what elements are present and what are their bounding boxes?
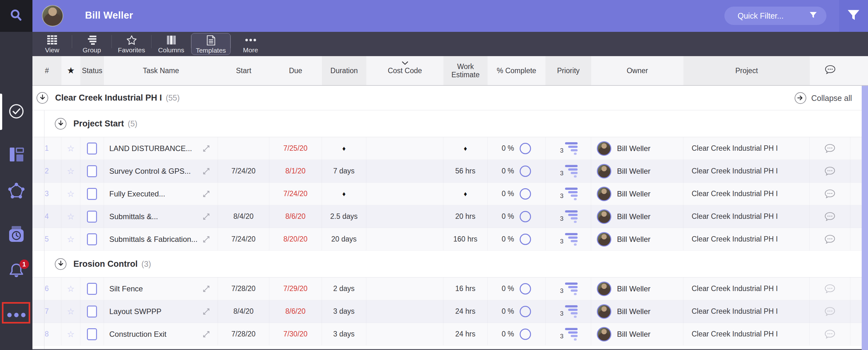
priority-icon[interactable]: 3 — [564, 164, 578, 178]
status-checkbox[interactable] — [87, 328, 97, 340]
comment-bubble-icon[interactable] — [825, 329, 835, 339]
table-row[interactable]: 6 ☆ Silt Fence 7/28/20 7/29/20 2 days 16… — [32, 278, 868, 300]
sidebar-item-team[interactable] — [0, 180, 32, 202]
table-row[interactable]: 3 ☆ Fully Executed... 7/24/20 ♦ ♦ 0 % 3 … — [32, 182, 868, 205]
table-row[interactable]: 4 ☆ Submittals &... 8/4/20 8/6/20 2.5 da… — [32, 205, 868, 228]
priority-icon[interactable]: 3 — [564, 209, 578, 224]
star-toggle[interactable]: ☆ — [61, 300, 80, 323]
table-row[interactable]: 2 ☆ Survey Control & GPS... 7/24/20 8/1/… — [32, 160, 868, 182]
toolbar-item-columns[interactable]: Columns — [152, 32, 191, 56]
status-checkbox[interactable] — [87, 233, 97, 245]
percent-complete-circle[interactable] — [520, 143, 531, 154]
column-header-status[interactable]: Status — [80, 56, 104, 85]
percent-complete-circle[interactable] — [520, 188, 531, 200]
expand-task-icon[interactable] — [202, 285, 210, 293]
percent-complete-cell: 0 % — [488, 182, 546, 205]
expand-task-icon[interactable] — [202, 190, 210, 198]
toolbar-item-favorites[interactable]: Favorites — [112, 32, 151, 56]
priority-icon[interactable]: 3 — [564, 327, 578, 342]
collapse-group-button[interactable] — [55, 118, 66, 129]
toolbar-item-more[interactable]: More — [231, 32, 270, 56]
collapse-group-button[interactable] — [36, 92, 48, 104]
column-header-complete[interactable]: % Complete — [488, 56, 546, 85]
star-toggle[interactable]: ☆ — [61, 137, 80, 160]
status-checkbox[interactable] — [87, 165, 97, 177]
comment-cell — [810, 137, 850, 160]
star-toggle[interactable]: ☆ — [61, 205, 80, 228]
sidebar-item-board[interactable] — [0, 144, 32, 167]
priority-icon[interactable]: 3 — [564, 141, 578, 156]
star-toggle[interactable]: ☆ — [61, 228, 80, 251]
expand-task-icon[interactable] — [202, 330, 210, 338]
column-header-star[interactable]: ★ — [61, 56, 80, 85]
expand-task-icon[interactable] — [202, 235, 210, 243]
due-date: 7/30/20 — [269, 323, 322, 346]
table-row[interactable]: 5 ☆ Submittals & Fabrication... 7/24/20 … — [32, 228, 868, 251]
toolbar-item-group[interactable]: Group — [72, 32, 112, 56]
expand-task-icon[interactable] — [202, 167, 210, 175]
collapse-all-button[interactable]: Collapse all — [795, 92, 852, 104]
comment-cell — [810, 323, 850, 346]
star-toggle[interactable]: ☆ — [61, 323, 80, 346]
column-header-project[interactable]: Project — [683, 56, 810, 85]
user-avatar[interactable] — [42, 5, 63, 27]
priority-icon[interactable]: 3 — [564, 304, 578, 319]
group-row[interactable]: Clear Creek Industrial PH I (55)Collapse… — [32, 86, 868, 110]
priority-icon[interactable]: 3 — [564, 187, 578, 201]
column-header-label: Start — [236, 66, 251, 75]
sidebar-item-notifications[interactable]: 1 — [0, 260, 32, 283]
owner-name: Bill Weller — [617, 144, 650, 153]
percent-complete-circle[interactable] — [520, 283, 531, 294]
column-header-cost_code[interactable]: Cost Code — [366, 56, 443, 85]
group-row[interactable]: Erosion Control (3) — [32, 251, 868, 278]
comment-bubble-icon[interactable] — [825, 167, 835, 176]
comment-bubble-icon[interactable] — [825, 307, 835, 316]
percent-complete-circle[interactable] — [520, 166, 531, 177]
comment-bubble-icon[interactable] — [825, 212, 835, 221]
expand-task-icon[interactable] — [202, 308, 210, 316]
table-row[interactable]: 7 ☆ Layout SWPPP 8/4/20 8/6/20 3 days 24… — [32, 300, 868, 323]
status-checkbox[interactable] — [87, 211, 97, 223]
status-checkbox[interactable] — [87, 188, 97, 200]
comment-bubble-icon[interactable] — [825, 284, 835, 294]
column-header-num[interactable]: # — [32, 56, 61, 85]
column-header-work[interactable]: Work Estimate — [443, 56, 488, 85]
column-header-comment[interactable] — [810, 56, 850, 85]
quick-filter-input[interactable]: Quick Filter... — [724, 7, 827, 25]
star-toggle[interactable]: ☆ — [61, 182, 80, 205]
vertical-scrollbar[interactable] — [862, 86, 868, 350]
star-toggle[interactable]: ☆ — [61, 160, 80, 182]
toolbar-item-templates[interactable]: Templates — [191, 33, 230, 55]
status-checkbox[interactable] — [87, 305, 97, 318]
expand-task-icon[interactable] — [202, 212, 210, 221]
column-header-task[interactable]: Task Name — [104, 56, 218, 85]
expand-task-icon[interactable] — [202, 144, 210, 153]
sidebar-item-timesheet[interactable] — [0, 224, 32, 246]
comment-bubble-icon[interactable] — [825, 189, 835, 199]
sidebar-item-tasks[interactable] — [0, 100, 32, 123]
table-row[interactable]: 8 ☆ Construction Exit 7/28/20 7/30/20 3 … — [32, 323, 868, 346]
status-checkbox[interactable] — [87, 143, 97, 154]
percent-complete-circle[interactable] — [520, 306, 531, 317]
collapse-group-button[interactable] — [55, 258, 66, 270]
comment-bubble-icon[interactable] — [825, 144, 835, 153]
percent-complete-circle[interactable] — [520, 211, 531, 222]
priority-icon[interactable]: 3 — [564, 232, 578, 246]
toolbar-item-view[interactable]: View — [32, 32, 72, 56]
status-checkbox[interactable] — [87, 283, 97, 295]
comment-bubble-icon[interactable] — [825, 235, 835, 244]
column-header-priority[interactable]: Priority — [546, 56, 591, 85]
star-toggle[interactable]: ☆ — [61, 278, 80, 300]
table-row[interactable]: 1 ☆ LAND DISTURBANCE... 7/25/20 ♦ ♦ 0 % … — [32, 137, 868, 160]
group-row[interactable]: Project Start (5) — [32, 110, 868, 137]
filter-button[interactable] — [839, 0, 868, 32]
percent-complete-circle[interactable] — [520, 328, 531, 340]
search-button[interactable] — [0, 0, 32, 32]
comment-cell — [810, 300, 850, 323]
column-header-start[interactable]: Start — [218, 56, 269, 85]
percent-complete-circle[interactable] — [520, 234, 531, 245]
priority-icon[interactable]: 3 — [564, 282, 578, 296]
column-header-duration[interactable]: Duration — [322, 56, 366, 85]
column-header-owner[interactable]: Owner — [591, 56, 683, 85]
column-header-due[interactable]: Due — [269, 56, 322, 85]
